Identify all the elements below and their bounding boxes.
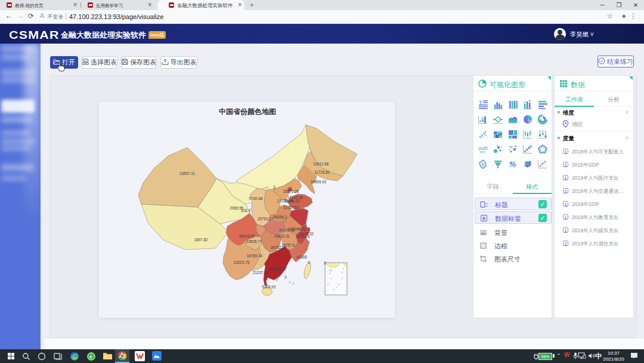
svg-text:23505.77: 23505.77 xyxy=(246,239,262,244)
svg-text:5309.93: 5309.93 xyxy=(262,285,276,289)
svg-text:17026.78: 17026.78 xyxy=(277,199,293,203)
svg-text:21237.14: 21237.14 xyxy=(253,270,269,275)
svg-text:0: 0 xyxy=(324,261,326,265)
svg-text:318.3: 318.3 xyxy=(241,208,250,213)
svg-text:11726.82: 11726.82 xyxy=(314,170,330,174)
svg-text:54259.2: 54259.2 xyxy=(274,215,287,219)
svg-text:0: 0 xyxy=(275,277,278,281)
svg-text:25793.17: 25793.17 xyxy=(258,217,274,221)
svg-text:35871.28: 35871.28 xyxy=(283,189,299,193)
svg-text:5740.48: 5740.48 xyxy=(249,196,263,201)
svg-text:16769.34: 16769.34 xyxy=(247,254,263,258)
svg-text:42165: 42165 xyxy=(296,255,307,259)
svg-text:107671.07: 107671.07 xyxy=(269,267,287,271)
svg-text:0: 0 xyxy=(273,185,275,189)
svg-text:62551.4: 62551.4 xyxy=(296,235,310,239)
svg-text:11612.68: 11612.68 xyxy=(313,162,329,166)
svg-text:0: 0 xyxy=(308,260,310,264)
svg-text:e: e xyxy=(89,354,92,359)
svg-text:1697.82: 1697.82 xyxy=(194,238,208,242)
svg-text:word: word xyxy=(479,150,485,153)
svg-text:23223.75: 23223.75 xyxy=(234,260,250,264)
svg-text:31067.53: 31067.53 xyxy=(283,205,299,210)
svg-text:0: 0 xyxy=(284,275,287,279)
svg-text:100048.52: 100048.52 xyxy=(288,227,306,231)
svg-text:24909.43: 24909.43 xyxy=(311,180,327,184)
svg-text:13597.11: 13597.11 xyxy=(179,171,195,176)
svg-text:43822.31: 43822.31 xyxy=(274,234,290,238)
svg-text:39752.12: 39752.12 xyxy=(271,245,287,250)
svg-text:tag: tag xyxy=(484,146,487,148)
svg-text:40615.82: 40615.82 xyxy=(239,234,255,238)
